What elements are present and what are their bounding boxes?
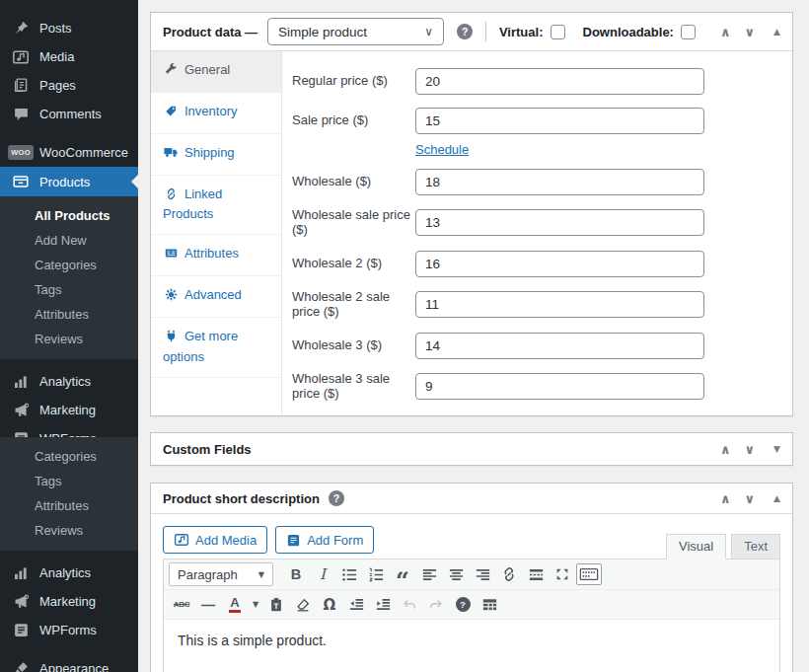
help-icon[interactable]: ? xyxy=(457,24,473,39)
move-up-icon[interactable]: ∧ xyxy=(713,442,738,457)
sidebar-item-analytics-2[interactable]: Analytics xyxy=(0,559,138,587)
toolbar-toggle-button[interactable] xyxy=(576,563,602,585)
panel-title: Custom Fields xyxy=(163,442,252,457)
wholesale-label: Wholesale ($) xyxy=(292,175,415,189)
move-up-icon[interactable]: ∧ xyxy=(713,25,738,39)
fullscreen-icon[interactable] xyxy=(550,562,575,586)
schedule-link[interactable]: Schedule xyxy=(415,142,469,157)
add-media-button[interactable]: Add Media xyxy=(163,526,267,554)
virtual-checkbox[interactable] xyxy=(551,25,565,39)
help-icon[interactable]: ? xyxy=(329,490,344,506)
toggle-panel-icon[interactable]: ▲ xyxy=(773,27,780,37)
sidebar-item-attributes-2[interactable]: Attributes xyxy=(0,493,138,518)
undo-icon[interactable] xyxy=(397,593,422,617)
align-center-icon[interactable] xyxy=(443,562,469,586)
text-color-button[interactable]: A xyxy=(222,593,248,617)
read-more-tag-icon[interactable] xyxy=(523,562,549,586)
sidebar-item-media[interactable]: Media xyxy=(0,42,138,71)
field-row: Wholesale 3 ($) xyxy=(292,333,792,359)
sidebar-item-categories-2[interactable]: Categories xyxy=(0,444,138,469)
sidebar-item-marketing[interactable]: Marketing xyxy=(0,396,138,424)
sidebar-item-categories[interactable]: Categories xyxy=(0,253,138,277)
tab-shipping[interactable]: Shipping xyxy=(151,134,281,176)
paragraph-format-select[interactable]: Paragraph ▼ xyxy=(169,562,273,586)
megaphone-icon xyxy=(11,401,31,420)
paste-as-text-icon[interactable] xyxy=(263,593,289,617)
product-data-tabs: General Inventory Shipping Linked Produc… xyxy=(151,51,282,415)
field-row: Wholesale ($) xyxy=(292,169,792,195)
tab-advanced[interactable]: Advanced xyxy=(151,276,281,318)
move-up-icon[interactable]: ∧ xyxy=(713,491,738,506)
blockquote-button[interactable]: “ xyxy=(390,569,415,593)
sidebar-item-all-products[interactable]: All Products xyxy=(0,203,138,228)
wholesale-3-input[interactable] xyxy=(415,333,704,359)
insert-link-icon[interactable] xyxy=(496,562,522,586)
table-icon[interactable] xyxy=(477,593,502,617)
horizontal-rule-button[interactable]: — xyxy=(195,593,221,617)
bullet-list-icon[interactable] xyxy=(336,562,362,586)
special-character-button[interactable]: Ω xyxy=(317,593,342,617)
main-content: Product data — Simple product ∨ ? Virtua… xyxy=(150,0,793,672)
downloadable-checkbox[interactable] xyxy=(681,25,696,39)
align-right-icon[interactable] xyxy=(470,562,495,586)
align-left-icon[interactable] xyxy=(416,562,442,586)
clear-formatting-icon[interactable] xyxy=(290,593,316,617)
tab-general[interactable]: General xyxy=(151,51,281,93)
wholesale-3-sale-price-input[interactable] xyxy=(415,373,704,400)
redo-icon[interactable] xyxy=(423,593,449,617)
sidebar-item-tags[interactable]: Tags xyxy=(0,277,138,302)
sidebar-item-posts[interactable]: Posts xyxy=(0,14,138,42)
general-tab-fields: Regular price ($) Sale price ($) Schedul… xyxy=(282,51,792,415)
pushpin-icon xyxy=(11,19,31,38)
panel-controls: ∧ ∨ ▼ xyxy=(713,442,780,457)
short-description-header: Product short description ? ∧ ∨ ▲ xyxy=(151,484,792,514)
sidebar-item-reviews-2[interactable]: Reviews xyxy=(0,518,138,543)
sidebar-item-marketing-2[interactable]: Marketing xyxy=(0,587,138,616)
wholesale-2-sale-price-input[interactable] xyxy=(415,291,704,318)
tab-text[interactable]: Text xyxy=(731,534,780,560)
product-type-select[interactable]: Simple product ∨ xyxy=(267,18,444,45)
sidebar-item-tags-2[interactable]: Tags xyxy=(0,469,138,493)
tab-attributes[interactable]: Attributes xyxy=(151,235,281,276)
sale-price-input[interactable] xyxy=(415,108,704,134)
sidebar-item-appearance[interactable]: Appearance xyxy=(0,654,138,672)
sidebar-item-analytics[interactable]: Analytics xyxy=(0,367,138,396)
sidebar-item-products[interactable]: Products xyxy=(0,167,138,196)
toggle-panel-icon[interactable]: ▼ xyxy=(773,444,780,454)
tab-get-more-options[interactable]: Get more options xyxy=(151,318,281,378)
text-color-dropdown-icon[interactable]: ▼ xyxy=(249,593,262,617)
keyboard-shortcuts-help-icon[interactable]: ? xyxy=(450,593,476,617)
move-down-icon[interactable]: ∨ xyxy=(738,491,763,506)
numbered-list-icon[interactable] xyxy=(363,562,389,586)
sidebar-item-add-new[interactable]: Add New xyxy=(0,228,138,253)
sidebar-item-reviews[interactable]: Reviews xyxy=(0,327,138,351)
sidebar-item-wpforms-clipped[interactable]: WPForms xyxy=(0,424,138,437)
sidebar-item-comments[interactable]: Comments xyxy=(0,100,138,128)
short-description-body: Add Media Add Form Visual Text Paragraph… xyxy=(151,514,792,672)
field-row: Wholesale sale price ($) xyxy=(292,208,792,238)
tab-visual[interactable]: Visual xyxy=(666,534,726,560)
wholesale-input[interactable] xyxy=(415,169,704,195)
editor-container: Paragraph ▼ B I “ xyxy=(163,559,780,672)
editor-content[interactable]: This is a simple product. xyxy=(164,619,779,672)
sidebar-item-pages[interactable]: Pages xyxy=(0,71,138,100)
outdent-icon[interactable] xyxy=(343,593,369,617)
wholesale-2-input[interactable] xyxy=(415,251,704,277)
bold-button[interactable]: B xyxy=(283,562,309,586)
sidebar-item-wpforms[interactable]: WPForms xyxy=(0,616,138,644)
italic-button[interactable]: I xyxy=(310,562,335,586)
move-down-icon[interactable]: ∨ xyxy=(738,442,763,457)
sidebar-item-woocommerce[interactable]: WOO WooCommerce xyxy=(0,138,138,167)
move-down-icon[interactable]: ∨ xyxy=(738,25,763,39)
tab-linked-products[interactable]: Linked Products xyxy=(151,176,281,236)
indent-icon[interactable] xyxy=(370,593,396,617)
strikethrough-button[interactable]: ABC xyxy=(169,593,194,617)
wholesale-sale-price-input[interactable] xyxy=(415,209,704,236)
add-form-button[interactable]: Add Form xyxy=(275,526,374,554)
regular-price-input[interactable] xyxy=(415,68,704,95)
toggle-panel-icon[interactable]: ▲ xyxy=(773,493,780,503)
editor-toolbar-row-2: ABC — A ▼ Ω ? xyxy=(164,589,779,619)
sidebar-item-attributes[interactable]: Attributes xyxy=(0,302,138,327)
tab-inventory[interactable]: Inventory xyxy=(151,93,281,134)
brush-icon xyxy=(11,659,31,672)
